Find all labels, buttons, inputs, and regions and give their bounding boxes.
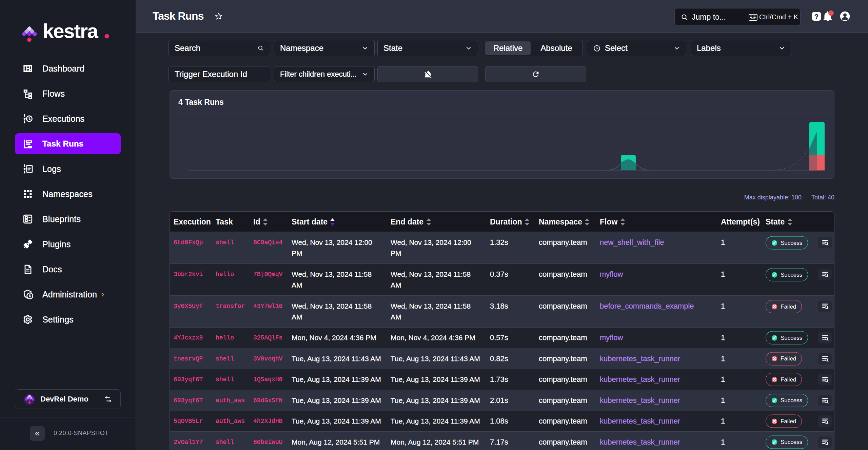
svg-text:kestra: kestra (43, 20, 99, 42)
